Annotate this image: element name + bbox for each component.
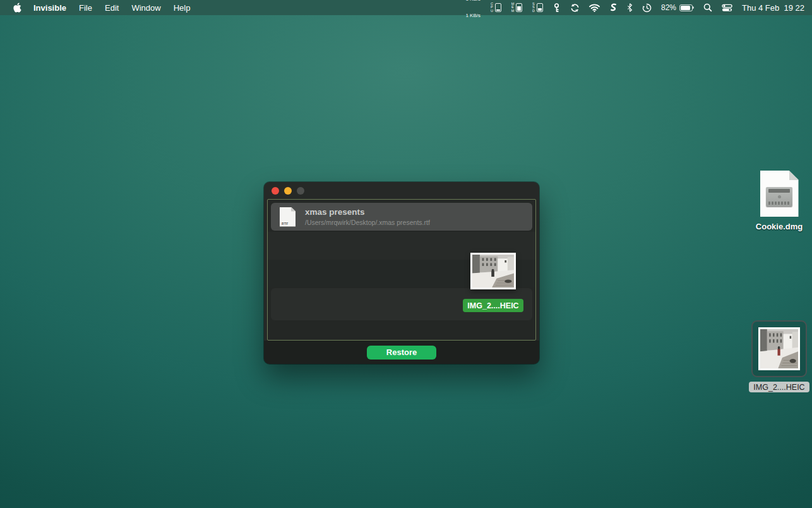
network-speed-up: 1 KB/s: [465, 0, 481, 3]
hidden-file-texts: xmas presents /Users/mrqwirk/Desktop/.xm…: [305, 207, 430, 226]
rtf-document-icon: RTF: [280, 207, 296, 227]
photo-preview-image: [760, 329, 798, 368]
restore-button[interactable]: Restore: [367, 346, 436, 360]
s-app-icon[interactable]: [609, 3, 618, 13]
hidden-file-path: /Users/mrqwirk/Desktop/.xmas presents.rt…: [305, 219, 430, 226]
ssd-meter-icon: [537, 3, 543, 12]
spotlight-icon[interactable]: [703, 3, 712, 12]
time-machine-icon[interactable]: [642, 3, 652, 13]
hidden-file-row[interactable]: RTF xmas presents /Users/mrqwirk/Desktop…: [271, 203, 532, 231]
apple-menu-icon[interactable]: [13, 3, 22, 13]
rtf-document-type-label: RTF: [282, 222, 289, 226]
invisible-app-window: RTF xmas presents /Users/mrqwirk/Desktop…: [264, 182, 539, 364]
window-bottom-bar: Restore: [264, 341, 539, 364]
sync-icon[interactable]: [570, 3, 580, 13]
menu-help[interactable]: Help: [174, 3, 191, 13]
desktop-icon-cookie-dmg[interactable]: Cookie.dmg: [751, 171, 808, 231]
minimize-window-button[interactable]: [284, 187, 292, 195]
dragged-photo-thumbnail[interactable]: [470, 253, 516, 289]
ssd-meter-label: SSD: [532, 3, 535, 13]
menu-file[interactable]: File: [79, 3, 92, 13]
memory-meter-icon: [516, 3, 522, 12]
desktop-icon-label: Cookie.dmg: [756, 222, 803, 231]
cpu-meter-icon: [495, 3, 501, 12]
dragged-file-name-label: IMG_2....HEIC: [463, 299, 523, 312]
photo-preview-image: [472, 255, 514, 287]
disk-image-icon: [760, 171, 799, 217]
wifi-icon[interactable]: [589, 4, 600, 12]
memory-meter[interactable]: MEM: [511, 3, 522, 13]
battery-indicator[interactable]: 82%: [661, 3, 694, 12]
cpu-meter[interactable]: CPU: [490, 3, 501, 13]
battery-percentage: 82%: [661, 3, 676, 12]
desktop-icon-heic-photo[interactable]: IMG_2....HEIC: [751, 320, 808, 392]
key-icon[interactable]: [552, 3, 561, 13]
ssd-meter[interactable]: SSD: [532, 3, 543, 13]
window-title-bar[interactable]: [264, 182, 539, 199]
memory-meter-label: MEM: [511, 3, 515, 13]
menu-window[interactable]: Window: [131, 3, 160, 13]
desktop-icon-label-selected: IMG_2....HEIC: [749, 382, 809, 392]
bluetooth-icon[interactable]: [627, 3, 633, 12]
network-speed-down: 1 KB/s: [465, 13, 481, 19]
icon-selection-highlight: [751, 320, 807, 377]
hard-drive-graphic: [766, 187, 792, 207]
menu-bar: Invisible File Edit Window Help 1 KB/s 1…: [0, 0, 812, 15]
hidden-file-title: xmas presents: [305, 207, 430, 217]
menu-app-name[interactable]: Invisible: [33, 3, 66, 13]
photo-thumbnail: [758, 327, 800, 370]
menu-bar-clock[interactable]: Thu 4 Feb 19 22: [742, 3, 804, 13]
close-window-button[interactable]: [272, 187, 279, 195]
network-speed-indicator[interactable]: 1 KB/s 1 KB/s: [465, 0, 481, 29]
menu-bar-status-area: 1 KB/s 1 KB/s CPU MEM SSD: [465, 0, 812, 29]
menu-bar-left: Invisible File Edit Window Help: [0, 3, 196, 13]
menu-edit[interactable]: Edit: [105, 3, 119, 13]
control-center-icon[interactable]: [722, 4, 732, 12]
zoom-window-button[interactable]: [297, 187, 304, 195]
battery-icon: [679, 4, 694, 11]
cpu-meter-label: CPU: [490, 3, 494, 13]
